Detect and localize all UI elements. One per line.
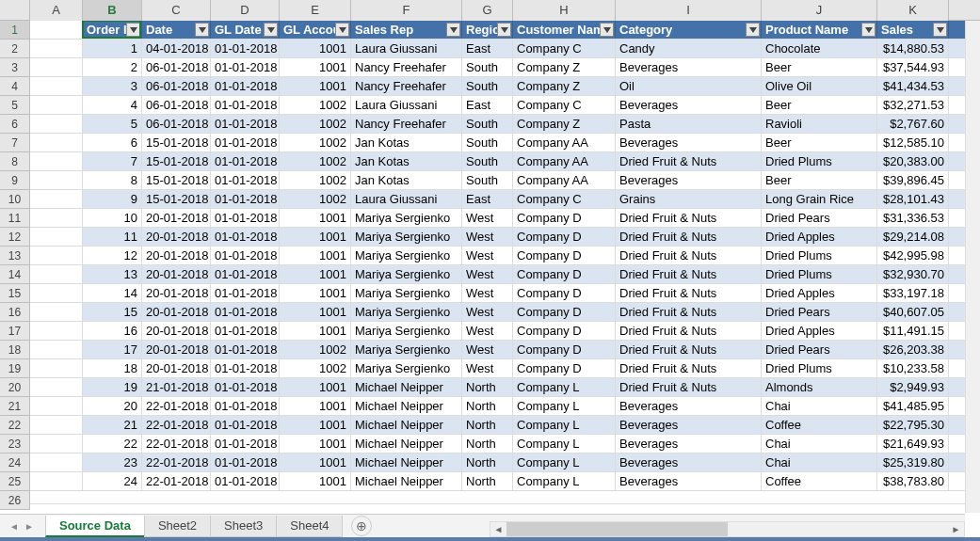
cell[interactable]: Company L xyxy=(513,453,616,471)
cell[interactable]: 01-01-2018 xyxy=(211,322,280,340)
cell[interactable]: Company AA xyxy=(513,134,616,151)
cell[interactable]: Pasta xyxy=(616,115,762,133)
cell[interactable]: 4 xyxy=(83,96,142,114)
cell[interactable]: 01-01-2018 xyxy=(211,209,280,227)
cell[interactable]: Dried Pears xyxy=(762,209,877,227)
cell[interactable]: 01-01-2018 xyxy=(211,416,280,434)
cell[interactable]: $14,880.53 xyxy=(877,40,949,57)
cell[interactable]: Company AA xyxy=(513,171,616,189)
cell[interactable]: 1001 xyxy=(280,472,351,490)
header-cell[interactable]: Sales Rep xyxy=(351,21,462,39)
cell[interactable]: Beer xyxy=(762,96,877,114)
cell[interactable]: Company D xyxy=(513,303,616,321)
cell[interactable]: Dried Fruit & Nuts xyxy=(616,341,762,358)
cell[interactable]: 01-01-2018 xyxy=(211,190,280,208)
cell[interactable]: Dried Fruit & Nuts xyxy=(616,265,762,283)
cell[interactable] xyxy=(30,435,83,453)
cell[interactable]: 6 xyxy=(83,134,142,151)
cell[interactable]: 1002 xyxy=(280,190,351,208)
cell[interactable]: 01-01-2018 xyxy=(211,472,280,490)
cell[interactable]: Beverages xyxy=(616,134,762,151)
cell[interactable]: 04-01-2018 xyxy=(142,40,211,57)
cell[interactable]: 15-01-2018 xyxy=(142,134,211,151)
cell[interactable] xyxy=(30,397,83,415)
cell[interactable]: West xyxy=(462,228,513,246)
row-header-11[interactable]: 11 xyxy=(0,209,30,228)
row-header-17[interactable]: 17 xyxy=(0,322,30,341)
cell[interactable]: 22-01-2018 xyxy=(142,435,211,453)
cell[interactable]: Beverages xyxy=(616,453,762,471)
header-cell[interactable]: Date xyxy=(142,21,211,39)
cell[interactable]: $10,233.58 xyxy=(877,359,949,377)
cell[interactable]: Ravioli xyxy=(762,115,877,133)
cell[interactable]: West xyxy=(462,303,513,321)
cell[interactable]: Jan Kotas xyxy=(351,171,462,189)
cell[interactable]: Dried Plums xyxy=(762,152,877,170)
cell[interactable]: Candy xyxy=(616,40,762,57)
cell[interactable]: Oil xyxy=(616,77,762,95)
cell[interactable]: Mariya Sergienko xyxy=(351,247,462,264)
cell[interactable]: South xyxy=(462,77,513,95)
filter-dropdown-icon[interactable] xyxy=(497,23,511,37)
cell[interactable]: $12,585.10 xyxy=(877,134,949,151)
cell[interactable]: Coffee xyxy=(762,472,877,490)
cell[interactable]: 1001 xyxy=(280,58,351,76)
cell[interactable]: Michael Neipper xyxy=(351,435,462,453)
row-header-4[interactable]: 4 xyxy=(0,77,30,96)
cell[interactable]: Nancy Freehafer xyxy=(351,115,462,133)
cell[interactable]: 1001 xyxy=(280,228,351,246)
cell[interactable]: Mariya Sergienko xyxy=(351,265,462,283)
cell[interactable]: 20-01-2018 xyxy=(142,228,211,246)
cell[interactable]: 20 xyxy=(83,397,142,415)
cell[interactable]: $42,995.98 xyxy=(877,247,949,264)
cell[interactable]: 21 xyxy=(83,416,142,434)
cell[interactable]: 14 xyxy=(83,284,142,302)
cell[interactable]: 01-01-2018 xyxy=(211,378,280,396)
cell[interactable] xyxy=(30,284,83,302)
cell[interactable]: 13 xyxy=(83,265,142,283)
filter-dropdown-icon[interactable] xyxy=(264,23,278,37)
cell[interactable]: 17 xyxy=(83,341,142,358)
cell[interactable]: South xyxy=(462,152,513,170)
sheet-tab[interactable]: Sheet2 xyxy=(144,516,211,537)
cell[interactable]: West xyxy=(462,209,513,227)
cell[interactable]: South xyxy=(462,58,513,76)
cell[interactable]: $31,336.53 xyxy=(877,209,949,227)
cell[interactable]: 19 xyxy=(83,378,142,396)
cell[interactable]: Company D xyxy=(513,209,616,227)
cell[interactable]: 11 xyxy=(83,228,142,246)
cell[interactable]: Company L xyxy=(513,397,616,415)
cell[interactable]: 1001 xyxy=(280,284,351,302)
row-header-14[interactable]: 14 xyxy=(0,265,30,284)
cell[interactable]: Laura Giussani xyxy=(351,190,462,208)
cell[interactable]: Beer xyxy=(762,134,877,151)
cell[interactable]: East xyxy=(462,190,513,208)
filter-dropdown-icon[interactable] xyxy=(446,23,460,37)
scroll-left-button[interactable]: ◄ xyxy=(490,521,506,537)
cell[interactable]: South xyxy=(462,134,513,151)
cell[interactable]: Michael Neipper xyxy=(351,472,462,490)
row-header-20[interactable]: 20 xyxy=(0,378,30,397)
cell[interactable]: 22-01-2018 xyxy=(142,472,211,490)
cell[interactable]: Chocolate xyxy=(762,40,877,57)
cell[interactable] xyxy=(30,77,83,95)
cell[interactable]: Chai xyxy=(762,453,877,471)
cell[interactable]: Beverages xyxy=(616,472,762,490)
cell[interactable]: $22,795.30 xyxy=(877,416,949,434)
cell[interactable]: Long Grain Rice xyxy=(762,190,877,208)
cell[interactable]: 1001 xyxy=(280,397,351,415)
cell[interactable]: 1002 xyxy=(280,96,351,114)
cell[interactable]: North xyxy=(462,435,513,453)
cell[interactable]: Grains xyxy=(616,190,762,208)
cell[interactable]: Company L xyxy=(513,416,616,434)
cell[interactable]: Company D xyxy=(513,322,616,340)
cell[interactable]: Dried Apples xyxy=(762,228,877,246)
cell[interactable]: Company L xyxy=(513,435,616,453)
row-header-6[interactable]: 6 xyxy=(0,115,30,134)
cell[interactable] xyxy=(30,472,83,490)
cell[interactable]: 22 xyxy=(83,435,142,453)
cell[interactable]: 9 xyxy=(83,190,142,208)
cell[interactable]: 22-01-2018 xyxy=(142,453,211,471)
cell[interactable]: West xyxy=(462,359,513,377)
cell[interactable]: 20-01-2018 xyxy=(142,303,211,321)
